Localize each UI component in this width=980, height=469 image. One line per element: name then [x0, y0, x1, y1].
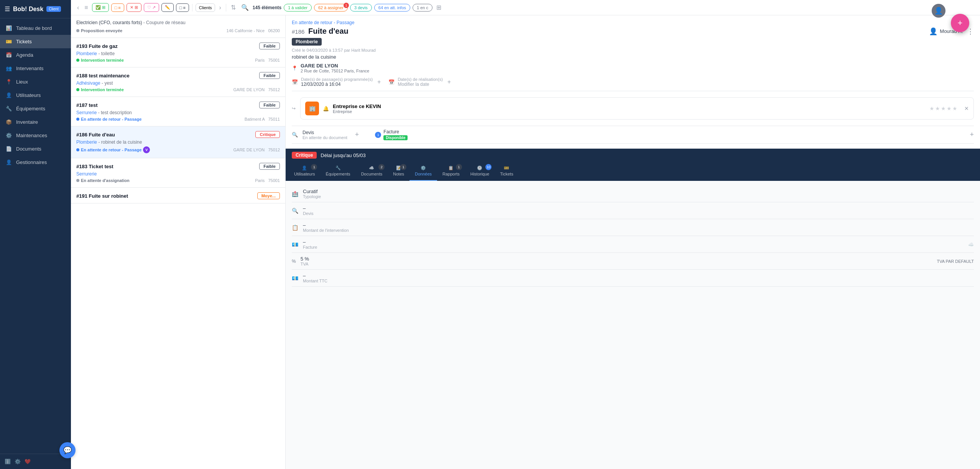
donnees-row-devis: 🔍 – Devis — [292, 202, 974, 219]
view-toggle-dark[interactable]: ✏️ — [161, 3, 174, 12]
add-realisation-date-btn[interactable]: + — [447, 79, 451, 85]
ticket-title: #193 Fuite de gaz — [76, 43, 118, 49]
intervenant-name: Entreprise ce KEVIN — [333, 103, 381, 109]
sidebar-item-maintenances[interactable]: ⚙️ Maintenances — [0, 129, 71, 142]
ticket-item[interactable]: #183 Ticket test Faible Serrurerie En at… — [71, 158, 285, 188]
grid-icon: ⊞ — [102, 5, 105, 10]
montant-label: Montant de l'intervention — [303, 228, 349, 233]
menu-icon[interactable]: ☰ — [5, 5, 10, 13]
intervenant-card[interactable]: 🏢 🔔 Entreprise ce KEVIN Entreprise ★ ★ ★ — [300, 97, 974, 120]
tab-documents[interactable]: ☁️ Documents 2 — [356, 162, 388, 181]
add-facture-btn[interactable]: + — [970, 131, 974, 139]
detail-tabs-section: Critique Délai jusqu'au 05/03 👤 Utilisat… — [286, 149, 980, 181]
collapse-btn[interactable]: ‹ — [76, 3, 81, 12]
filter-valider[interactable]: 1 à valider — [284, 4, 312, 11]
search-btn[interactable]: 🔍 — [240, 3, 250, 12]
tab-rapports[interactable]: 📋 Rapports 1 — [437, 162, 465, 181]
view-toggle-orange[interactable]: □ ≡ — [111, 3, 124, 12]
ticket-item[interactable]: #193 Fuite de gaz Faible Plomberie - toi… — [71, 38, 285, 67]
tab-notes-label: Notes — [393, 172, 404, 176]
priority-badge: Faible — [259, 163, 280, 170]
add-devis-btn[interactable]: + — [355, 131, 359, 139]
view-toggle-red[interactable]: ✕ ⊞ — [127, 3, 141, 12]
info-icon[interactable]: ℹ️ — [5, 459, 11, 464]
ticket-item[interactable]: Electricien (CFO, courants forts) - Coup… — [71, 15, 285, 38]
more-options-btn[interactable]: ⋮ — [967, 27, 974, 36]
tab-historique[interactable]: 🕐 Historique 10 — [465, 162, 495, 181]
ticket-item[interactable]: #191 Fuite sur robinet Moye... — [71, 188, 285, 203]
filter-att-infos[interactable]: 64 en att. infos — [374, 4, 410, 11]
clients-btn[interactable]: Clients — [196, 3, 215, 12]
chat-fab[interactable]: 💬 — [59, 442, 76, 458]
export-btn[interactable]: ⊞ — [435, 3, 443, 12]
facture-status: Disponible — [383, 134, 408, 140]
building-icon: 🏢 — [309, 105, 316, 112]
star5: ★ — [952, 105, 957, 112]
sidebar-item-documents[interactable]: 📄 Documents — [0, 142, 71, 156]
star-rating: ★ ★ ★ ★ ★ — [929, 105, 957, 112]
filter-en-c[interactable]: 1 en c — [413, 4, 432, 11]
bell-icon: 🔔 — [323, 106, 329, 112]
tab-historique-label: Historique — [470, 172, 490, 176]
created-label: Créé le 04/03/2020 à 13:57 par — [292, 48, 350, 52]
ticket-header: #186 Fuite d'eau Critique — [76, 131, 280, 138]
sidebar-item-equipements[interactable]: 🔧 Équipements — [0, 102, 71, 115]
square2-icon: □ — [179, 5, 182, 10]
view-toggle-check[interactable]: ✅ ⊞ — [92, 3, 109, 12]
ticket-title: #186 Fuite d'eau — [76, 132, 115, 138]
tab-notes[interactable]: 📝 Notes 1 — [388, 162, 409, 181]
tab-donnees[interactable]: ⚙️ Données — [409, 162, 437, 181]
tab-utilisateurs[interactable]: 👤 Utilisateurs 1 — [289, 162, 320, 181]
ticket-status: En attente de retour - Passage — [76, 117, 141, 121]
ticket-item[interactable]: #187 test Faible Serrurerie - test descr… — [71, 97, 285, 126]
tab-donnees-icon: ⚙️ — [421, 166, 426, 171]
add-passage-date-btn[interactable]: + — [377, 79, 381, 85]
sidebar-item-dashboard[interactable]: 📊 Tableau de bord — [0, 21, 71, 35]
search2-icon: 🔍 — [292, 132, 298, 138]
sidebar-item-agenda[interactable]: 📅 Agenda — [0, 48, 71, 62]
devis-icon: 🔍 — [292, 208, 298, 214]
ticket-status: En attente d'assignation — [76, 178, 130, 183]
view-toggle-dark2[interactable]: □ ≡ — [176, 3, 189, 12]
remove-intervenant-btn[interactable]: ✕ — [964, 105, 969, 112]
documents-icon: 📄 — [5, 146, 12, 152]
devis-label: Devis — [303, 130, 347, 135]
sidebar-item-lieux[interactable]: 📍 Lieux — [0, 75, 71, 89]
detail-header: En attente de retour - Passage #186 Fuit… — [286, 15, 980, 149]
list-view-btn[interactable]: ≡ — [83, 3, 89, 12]
ticket-footer: Intervention terminée GARE DE LYON 75012 — [76, 87, 280, 92]
heart-icon[interactable]: ❤️ — [25, 459, 31, 464]
sidebar-item-utilisateurs[interactable]: 👤 Utilisateurs — [0, 89, 71, 102]
settings-icon[interactable]: ⚙️ — [15, 459, 21, 464]
detail-status: En attente de retour - Passage — [292, 20, 974, 25]
sidebar-item-gestionnaires[interactable]: 👤 Gestionnaires — [0, 156, 71, 169]
tab-equipements[interactable]: 🔧 Équipements — [320, 162, 355, 181]
view-toggle-pink[interactable]: ♡ ↗ — [144, 3, 159, 12]
ticket-location: Paris 75001 — [255, 58, 280, 62]
filter-assigner[interactable]: 62 à assigner 1 — [314, 4, 348, 11]
sidebar-item-label: Agenda — [16, 52, 33, 58]
tab-rapports-badge: 1 — [456, 164, 462, 170]
date-realisation-label: Date(s) de réalisation(s) — [398, 77, 442, 82]
detail-panel: En attente de retour - Passage #186 Fuit… — [286, 15, 980, 469]
tab-tickets[interactable]: 🎫 Tickets — [495, 162, 518, 181]
ticket-item[interactable]: #188 test maintenance Faible Adhésivage … — [71, 67, 285, 97]
tickets-icon: 🎫 — [5, 39, 12, 44]
sidebar-item-tickets[interactable]: 🎫 Tickets — [0, 35, 71, 48]
sidebar-item-inventaire[interactable]: 📦 Inventaire — [0, 115, 71, 129]
priority-badge: Faible — [259, 72, 280, 79]
ticket-item-selected[interactable]: #186 Fuite d'eau Critique Plomberie - ro… — [71, 126, 285, 158]
sort-btn[interactable]: ⇅ — [229, 3, 237, 12]
sidebar-item-label: Documents — [16, 146, 41, 152]
add-fab[interactable]: + — [951, 14, 969, 32]
plus-icon: + — [958, 18, 963, 28]
filter-devis[interactable]: 3 devis — [350, 4, 372, 11]
intervenants-icon: 👥 — [5, 66, 12, 71]
tab-rapports-label: Rapports — [442, 172, 460, 176]
disponible-badge: Disponible — [383, 135, 408, 140]
detail-meta-row: Plomberie — [292, 38, 974, 46]
sidebar-item-intervenants[interactable]: 👥 Intervenants — [0, 62, 71, 75]
curatif-info: Curatif Typologie — [303, 189, 321, 199]
user-avatar-top[interactable]: 👤 — [932, 4, 945, 18]
next-btn[interactable]: › — [217, 3, 222, 12]
